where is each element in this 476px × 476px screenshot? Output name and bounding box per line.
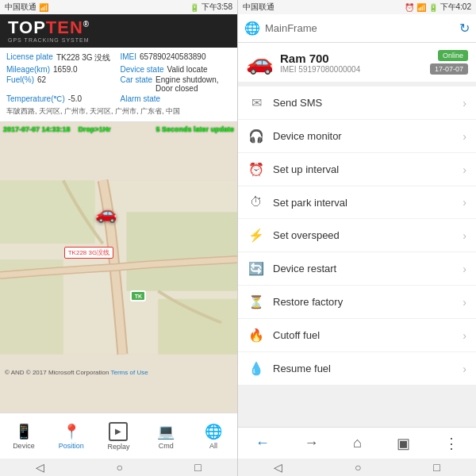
nav-replay[interactable]: ▶ Replay bbox=[98, 422, 138, 451]
vehicle-card: 🚗 Ram 700 IMEI 59197080000004 Online 17-… bbox=[238, 43, 476, 86]
home-nav-btn[interactable]: ⌂ bbox=[347, 435, 368, 451]
menu-item-device-monitor[interactable]: 🎧Device monitor› bbox=[238, 120, 476, 153]
restore-icon: ⏳ bbox=[248, 294, 265, 309]
car-label: TK228 3G没线 bbox=[64, 247, 113, 259]
refresh-icon[interactable]: ↻ bbox=[459, 21, 470, 36]
all-icon: 🌐 bbox=[205, 423, 222, 440]
menu-item-restart[interactable]: 🔄Device restart› bbox=[238, 252, 476, 286]
badge-online: Online bbox=[438, 50, 468, 61]
home-btn[interactable]: ○ bbox=[117, 461, 123, 474]
menu-item-set-interval[interactable]: ⏰Set up interval› bbox=[238, 153, 476, 186]
park-interval-icon: ⏱ bbox=[248, 195, 265, 209]
map-update: 5 Seconds later update bbox=[155, 125, 234, 133]
map-copyright: © AND © 2017 Microsoft Corporation Terms… bbox=[5, 369, 148, 376]
left-status-carrier: 中国联通 📶 bbox=[5, 2, 48, 13]
left-panel: 中国联通 📶 🔋 下午3:58 TOPTEN® GPS TRACKING SYS… bbox=[0, 0, 238, 476]
nav-position[interactable]: 📍 Position bbox=[52, 423, 91, 450]
menu-item-send-sms[interactable]: ✉Send SMS› bbox=[238, 86, 476, 120]
cutoff-fuel-chevron: › bbox=[463, 329, 466, 342]
resume-fuel-label: Resume fuel bbox=[273, 363, 463, 374]
right-time: 下午4:02 bbox=[440, 2, 471, 13]
device-state-label: Device state bbox=[121, 65, 164, 74]
restore-chevron: › bbox=[463, 296, 466, 309]
nav-all-label: All bbox=[209, 442, 217, 450]
restart-icon: 🔄 bbox=[248, 261, 265, 276]
imei-label: IMEI bbox=[121, 52, 137, 63]
tabs-nav-btn[interactable]: ▣ bbox=[390, 435, 416, 452]
back-phone-btn-right[interactable]: ◁ bbox=[274, 461, 282, 474]
logo-brand: TOPTEN® bbox=[8, 19, 90, 36]
imei-value: 657890240583890 bbox=[140, 52, 205, 63]
right-bottom-nav: ← → ⌂ ▣ ⋮ bbox=[238, 427, 476, 459]
set-interval-label: Set up interval bbox=[273, 163, 463, 175]
overspeed-chevron: › bbox=[463, 229, 466, 242]
app-logo: TOPTEN® GPS TRACKING SYSTEM bbox=[8, 19, 90, 43]
vehicle-info: Ram 700 IMEI 59197080000004 bbox=[280, 52, 424, 74]
menu-item-cutoff-fuel[interactable]: 🔥Cutoff fuel› bbox=[238, 319, 476, 352]
license-label: License plate bbox=[6, 52, 53, 63]
vehicle-imei: IMEI 59197080000004 bbox=[280, 65, 424, 74]
overspeed-icon: ⚡ bbox=[248, 228, 265, 243]
menu-item-park-interval[interactable]: ⏱Set park interval› bbox=[238, 186, 476, 219]
mainframe-label: MainFrame bbox=[265, 22, 455, 34]
menu-item-resume-fuel[interactable]: 💧Resume fuel› bbox=[238, 352, 476, 385]
device-monitor-icon: 🎧 bbox=[248, 129, 265, 144]
forward-nav-btn[interactable]: → bbox=[298, 435, 324, 451]
badge-date: 17-07-07 bbox=[430, 63, 468, 75]
right-topbar: 🌐 MainFrame ↻ bbox=[238, 14, 476, 43]
menu-item-restore[interactable]: ⏳Restore factory› bbox=[238, 286, 476, 319]
restart-chevron: › bbox=[463, 263, 466, 275]
more-nav-btn[interactable]: ⋮ bbox=[438, 435, 465, 452]
nav-cmd[interactable]: 💻 Cmd bbox=[146, 423, 186, 450]
back-nav-btn[interactable]: ← bbox=[249, 435, 276, 451]
nav-position-label: Position bbox=[59, 442, 84, 450]
send-sms-chevron: › bbox=[463, 97, 466, 109]
menu-items: ✉Send SMS›🎧Device monitor›⏰Set up interv… bbox=[238, 86, 476, 385]
device-state-value: Valid locate bbox=[167, 65, 208, 74]
tracker-marker: TK bbox=[130, 290, 146, 301]
vehicle-image: 🚗 bbox=[246, 49, 274, 75]
recent-phone-btn-right[interactable]: □ bbox=[433, 461, 440, 474]
cmd-icon: 💻 bbox=[157, 423, 175, 440]
phone-bottom-bar-left: ◁ ○ □ bbox=[0, 459, 237, 476]
nav-cmd-label: Cmd bbox=[159, 442, 174, 450]
menu-item-overspeed[interactable]: ⚡Set overspeed› bbox=[238, 219, 476, 252]
car-icon: 🚗 bbox=[95, 203, 117, 224]
set-interval-chevron: › bbox=[463, 163, 466, 176]
set-interval-icon: ⏰ bbox=[248, 162, 265, 177]
svg-rect-4 bbox=[158, 299, 237, 355]
mileage-value: 1659.0 bbox=[53, 65, 78, 74]
nav-all[interactable]: 🌐 All bbox=[194, 423, 233, 450]
replay-icon: ▶ bbox=[109, 422, 128, 441]
license-value: TK228 3G 没线 bbox=[56, 52, 110, 63]
recent-btn[interactable]: □ bbox=[194, 461, 201, 474]
nav-replay-label: Replay bbox=[107, 443, 129, 451]
temp-value: -5.0 bbox=[68, 94, 82, 103]
back-btn[interactable]: ◁ bbox=[36, 461, 44, 474]
fuel-label: Fuel(%) bbox=[6, 75, 34, 93]
map-container[interactable]: 2017-07-07 14:33:18 Drop>1Hr 5 Seconds l… bbox=[0, 122, 237, 413]
mileage-label: Mileage(km) bbox=[6, 65, 50, 74]
home-phone-btn-right[interactable]: ○ bbox=[355, 461, 361, 474]
alarm-label: Alarm state bbox=[121, 94, 161, 103]
resume-fuel-icon: 💧 bbox=[248, 361, 265, 376]
nav-device-label: Device bbox=[13, 442, 35, 450]
cutoff-fuel-icon: 🔥 bbox=[248, 328, 265, 343]
bottom-nav: 📱 Device 📍 Position ▶ Replay 💻 Cmd 🌐 All bbox=[0, 413, 237, 459]
temp-label: Temperature(℃) bbox=[6, 94, 65, 103]
phone-bottom-bar-right: ◁ ○ □ bbox=[238, 459, 476, 476]
fuel-value: 62 bbox=[37, 75, 46, 93]
vehicle-name: Ram 700 bbox=[280, 52, 424, 65]
cutoff-fuel-label: Cutoff fuel bbox=[273, 329, 463, 341]
car-state-value: Engine shutdown, Door closed bbox=[155, 75, 231, 93]
vehicle-badges: Online 17-07-07 bbox=[430, 50, 468, 75]
nav-device[interactable]: 📱 Device bbox=[4, 423, 44, 450]
park-interval-chevron: › bbox=[463, 196, 466, 209]
map-timestamp: 2017-07-07 14:33:18 Drop>1Hr bbox=[3, 125, 111, 133]
restore-label: Restore factory bbox=[273, 296, 463, 308]
terms-link[interactable]: Terms of Use bbox=[110, 369, 148, 376]
globe-icon: 🌐 bbox=[244, 21, 260, 36]
car-state-label: Car state bbox=[121, 75, 153, 93]
send-sms-icon: ✉ bbox=[248, 95, 265, 110]
address: 车陂西路, 天河区, 广州市, 天河区, 广州市, 广东省, 中国 bbox=[6, 106, 231, 117]
